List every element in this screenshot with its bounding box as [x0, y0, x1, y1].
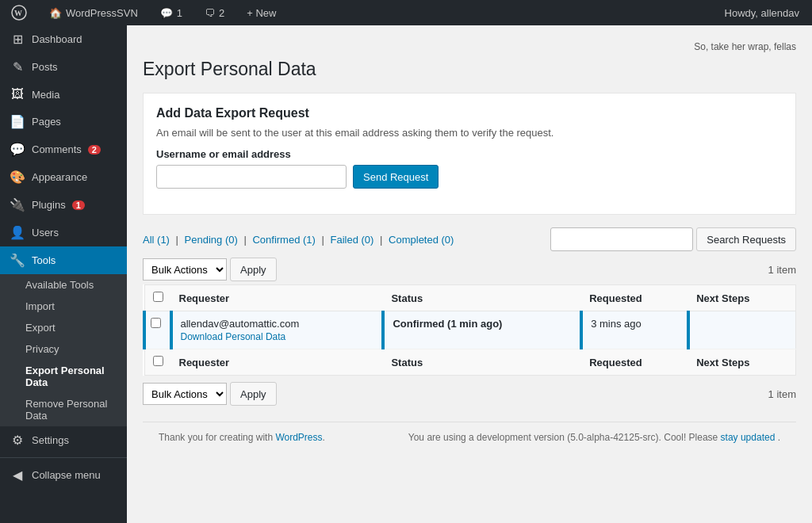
- requester-email: allendav@automattic.com: [181, 318, 300, 330]
- item-count-bottom: 1 item: [768, 388, 796, 400]
- plugins-badge: 1: [72, 200, 85, 210]
- appearance-icon: 🎨: [10, 170, 25, 185]
- bulk-actions-select-bottom[interactable]: Bulk Actions: [143, 383, 227, 405]
- sidebar-item-appearance[interactable]: 🎨 Appearance: [0, 163, 127, 191]
- site-name: WordPressSVN: [66, 7, 138, 19]
- filter-confirmed[interactable]: Confirmed (1): [252, 234, 315, 246]
- footer: Thank you for creating with WordPress. Y…: [143, 422, 796, 452]
- table-row: allendav@automattic.com Download Persona…: [144, 311, 796, 349]
- row-requested: 3 mins ago: [581, 311, 688, 349]
- row-requester: allendav@automattic.com Download Persona…: [171, 311, 384, 349]
- stay-updated-link[interactable]: stay updated: [721, 432, 776, 443]
- sidebar-item-comments[interactable]: 💬 Comments 2: [0, 136, 127, 163]
- filter-pending[interactable]: Pending (0): [185, 234, 238, 246]
- sidebar-item-settings[interactable]: ⚙ Settings: [0, 426, 127, 454]
- sidebar-item-plugins[interactable]: 🔌 Plugins 1: [0, 191, 127, 219]
- sidebar-item-users[interactable]: 👤 Users: [0, 219, 127, 246]
- sidebar-label-tools: Tools: [32, 254, 56, 266]
- apply-button-top[interactable]: Apply: [230, 258, 277, 281]
- sidebar-item-media[interactable]: 🖼 Media: [0, 81, 127, 108]
- comments-count: 1: [177, 7, 182, 19]
- sidebar-item-posts[interactable]: ✎ Posts: [0, 53, 127, 81]
- sidebar-label-media: Media: [32, 89, 59, 101]
- new-content-item[interactable]: + New: [242, 0, 281, 25]
- comments-icon: 💬: [10, 142, 25, 157]
- admin-bar-right: Howdy, allendav: [718, 7, 806, 19]
- sidebar-label-pages: Pages: [32, 116, 61, 128]
- form-row: Send Request: [156, 165, 783, 189]
- tools-submenu: Available Tools Import Export Privacy Ex…: [0, 274, 127, 426]
- sidebar-item-export-personal-data[interactable]: Export Personal Data: [0, 360, 127, 393]
- field-label: Username or email address: [156, 148, 783, 160]
- wordpress-link[interactable]: WordPress: [275, 432, 322, 443]
- notifications-item[interactable]: 🗨 2: [200, 0, 229, 25]
- add-request-section: Add Data Export Request An email will be…: [143, 93, 796, 215]
- filter-all[interactable]: All (1): [143, 234, 170, 246]
- search-button[interactable]: Search Requests: [696, 227, 796, 251]
- table-head: Requester Status Requested Next Steps: [144, 285, 796, 311]
- svg-text:W: W: [14, 9, 22, 17]
- sidebar-label-posts: Posts: [32, 61, 58, 73]
- home-icon: 🏠: [49, 7, 62, 19]
- footer-status: Status: [383, 349, 581, 376]
- sub-text: So, take her wrap, fellas: [143, 41, 796, 52]
- table-header-row: Requester Status Requested Next Steps: [144, 285, 796, 311]
- apply-button-bottom[interactable]: Apply: [230, 382, 277, 406]
- sidebar-item-import[interactable]: Import: [0, 296, 127, 317]
- comments-badge: 2: [88, 145, 101, 155]
- sidebar-item-privacy[interactable]: Privacy: [0, 338, 127, 360]
- layout: ⊞ Dashboard ✎ Posts 🖼 Media 📄 Pages 💬 Co…: [0, 25, 812, 523]
- username-email-input[interactable]: [156, 165, 347, 189]
- row-checkbox[interactable]: [151, 318, 161, 328]
- select-all-footer-checkbox[interactable]: [153, 356, 163, 366]
- sidebar-label-dashboard: Dashboard: [32, 33, 82, 45]
- comments-item[interactable]: 💬 1: [155, 0, 187, 25]
- sidebar-item-dashboard[interactable]: ⊞ Dashboard: [0, 25, 127, 53]
- filter-failed[interactable]: Failed (0): [331, 234, 374, 246]
- add-request-description: An email will be sent to the user at thi…: [156, 127, 783, 139]
- tools-icon: 🔧: [10, 253, 25, 268]
- sidebar-divider: [0, 457, 127, 458]
- table-controls-top: Bulk Actions Apply 1 item: [143, 258, 796, 281]
- bulk-actions-bottom: Bulk Actions Apply: [143, 382, 277, 406]
- search-input[interactable]: [550, 227, 693, 251]
- filter-completed[interactable]: Completed (0): [389, 234, 454, 246]
- footer-left: Thank you for creating with WordPress.: [159, 432, 325, 443]
- row-status: Confirmed (1 min ago): [383, 311, 581, 349]
- table-controls-bottom: Bulk Actions Apply 1 item: [143, 382, 796, 406]
- select-all-checkbox[interactable]: [153, 292, 163, 302]
- sidebar-label-settings: Settings: [32, 434, 69, 446]
- bulk-actions-select-top[interactable]: Bulk Actions: [143, 258, 227, 281]
- plugins-icon: 🔌: [10, 197, 25, 212]
- footer-check: [144, 349, 171, 376]
- posts-icon: ✎: [10, 59, 25, 74]
- dashboard-icon: ⊞: [10, 32, 25, 47]
- howdy-text[interactable]: Howdy, allendav: [718, 7, 806, 19]
- download-link[interactable]: Download Personal Data: [181, 331, 286, 342]
- main-content: So, take her wrap, fellas Export Persona…: [127, 25, 812, 523]
- bulk-actions-top: Bulk Actions Apply: [143, 258, 277, 281]
- wp-logo-item[interactable]: W: [6, 0, 32, 25]
- settings-icon: ⚙: [10, 433, 25, 448]
- pages-icon: 📄: [10, 114, 25, 129]
- footer-requested: Requested: [581, 349, 688, 376]
- collapse-icon: ◀: [10, 468, 25, 483]
- speech-icon: 🗨: [205, 7, 215, 19]
- header-requested: Requested: [581, 285, 688, 311]
- site-name-item[interactable]: 🏠 WordPressSVN: [44, 0, 143, 25]
- admin-bar: W 🏠 WordPressSVN 💬 1 🗨 2 + New Howdy, al…: [0, 0, 812, 25]
- sidebar-item-remove-personal-data[interactable]: Remove Personal Data: [0, 393, 127, 426]
- page-title: Export Personal Data: [143, 59, 796, 80]
- filter-sep-3: |: [322, 234, 327, 246]
- table-body: allendav@automattic.com Download Persona…: [144, 311, 796, 349]
- filter-bar: All (1) | Pending (0) | Confirmed (1) | …: [143, 227, 796, 251]
- sidebar-item-tools[interactable]: 🔧 Tools: [0, 246, 127, 274]
- sidebar-item-pages[interactable]: 📄 Pages: [0, 108, 127, 136]
- sidebar-collapse[interactable]: ◀ Collapse menu: [0, 461, 127, 489]
- sidebar-item-available-tools[interactable]: Available Tools: [0, 274, 127, 296]
- dev-notice-end: .: [778, 432, 780, 443]
- footer-right: You are using a development version (5.0…: [408, 432, 780, 443]
- send-request-button[interactable]: Send Request: [353, 165, 439, 189]
- sidebar-item-export[interactable]: Export: [0, 317, 127, 338]
- sidebar-label-plugins: Plugins: [32, 199, 66, 211]
